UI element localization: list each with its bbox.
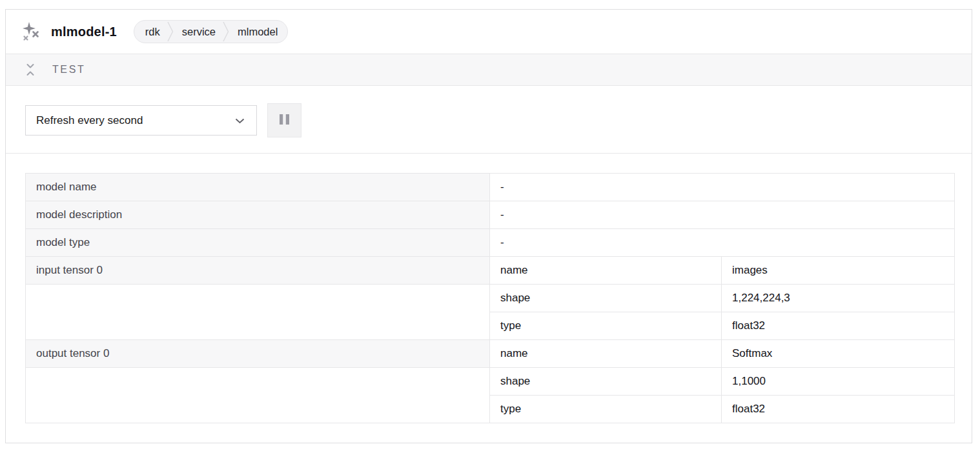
ml-model-sparkles-icon	[20, 21, 42, 43]
breadcrumb: rdk service mlmodel	[134, 20, 289, 43]
tensor-field-value: images	[722, 257, 955, 285]
mlmodel-resource-card: mlmodel-1 rdk service mlmodel TEST Refre…	[5, 9, 972, 443]
row-label: output tensor 0	[26, 340, 490, 368]
tensor-field-key: shape	[490, 368, 722, 396]
test-panel-body: model name - model description - model t…	[6, 154, 972, 423]
row-label-spacer	[26, 285, 490, 340]
table-row: model type -	[26, 229, 955, 257]
tensor-field-key: name	[490, 340, 722, 368]
collapse-vertical-icon[interactable]	[25, 62, 36, 77]
refresh-rate-select[interactable]: Refresh every second	[25, 105, 257, 136]
row-label: model type	[26, 229, 490, 257]
resource-title: mlmodel-1	[51, 25, 117, 39]
tensor-field-key: type	[490, 396, 722, 423]
table-row: shape 1,1000	[26, 368, 955, 396]
tensor-field-key: shape	[490, 285, 722, 312]
tensor-field-key: name	[490, 257, 722, 285]
row-label-spacer	[26, 368, 490, 423]
resource-card-header: mlmodel-1 rdk service mlmodel	[6, 10, 972, 54]
row-label: input tensor 0	[26, 257, 490, 285]
row-label: model name	[26, 174, 490, 201]
table-row: shape 1,224,224,3	[26, 285, 955, 312]
table-row: model description -	[26, 201, 955, 229]
chevron-down-icon	[235, 114, 245, 127]
refresh-toolbar: Refresh every second	[6, 86, 972, 154]
tensor-field-value: float32	[722, 312, 955, 340]
row-label: model description	[26, 201, 490, 229]
tensor-field-key: type	[490, 312, 722, 340]
breadcrumb-item-mlmodel: mlmodel	[227, 21, 287, 43]
pause-icon	[279, 114, 290, 127]
breadcrumb-item-service: service	[171, 21, 225, 43]
row-value: -	[490, 201, 955, 229]
row-value: -	[490, 229, 955, 257]
refresh-rate-value: Refresh every second	[36, 114, 143, 127]
tensor-field-value: float32	[722, 396, 955, 423]
tensor-field-value: 1,1000	[722, 368, 955, 396]
pause-refresh-button[interactable]	[267, 103, 301, 137]
breadcrumb-item-rdk: rdk	[134, 21, 170, 43]
tensor-field-value: Softmax	[722, 340, 955, 368]
row-value: -	[490, 174, 955, 201]
table-row: output tensor 0 name Softmax	[26, 340, 955, 368]
test-section-header[interactable]: TEST	[6, 54, 972, 86]
tensor-field-value: 1,224,224,3	[722, 285, 955, 312]
table-row: model name -	[26, 174, 955, 201]
test-section-label: TEST	[52, 64, 85, 76]
model-info-table: model name - model description - model t…	[25, 173, 955, 423]
table-row: input tensor 0 name images	[26, 257, 955, 285]
